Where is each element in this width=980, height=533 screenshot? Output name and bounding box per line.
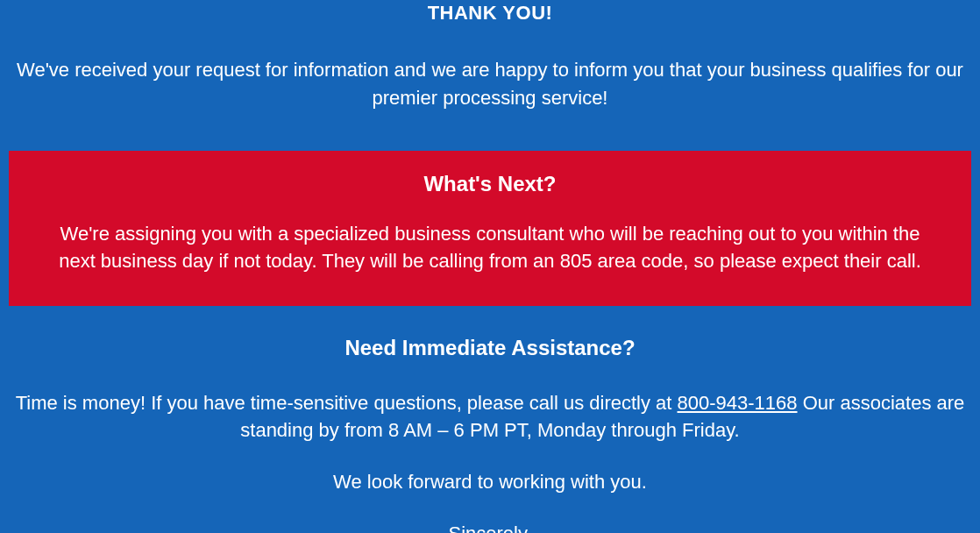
whats-next-section: What's Next? We're assigning you with a … bbox=[9, 151, 971, 307]
signature: Sincerely, Leaders Merchant Services bbox=[9, 521, 971, 533]
thank-you-heading: THANK YOU! bbox=[9, 2, 971, 25]
intro-paragraph: We've received your request for informat… bbox=[9, 56, 971, 112]
assistance-text-before: Time is money! If you have time-sensitiv… bbox=[16, 392, 678, 414]
phone-link[interactable]: 800-943-1168 bbox=[678, 392, 798, 414]
whats-next-heading: What's Next? bbox=[51, 172, 929, 196]
assistance-heading: Need Immediate Assistance? bbox=[9, 336, 971, 360]
whats-next-body: We're assigning you with a specialized b… bbox=[51, 221, 929, 275]
assistance-body: Time is money! If you have time-sensitiv… bbox=[9, 390, 971, 444]
signature-line-1: Sincerely, bbox=[449, 522, 532, 533]
closing-text: We look forward to working with you. bbox=[9, 469, 971, 496]
